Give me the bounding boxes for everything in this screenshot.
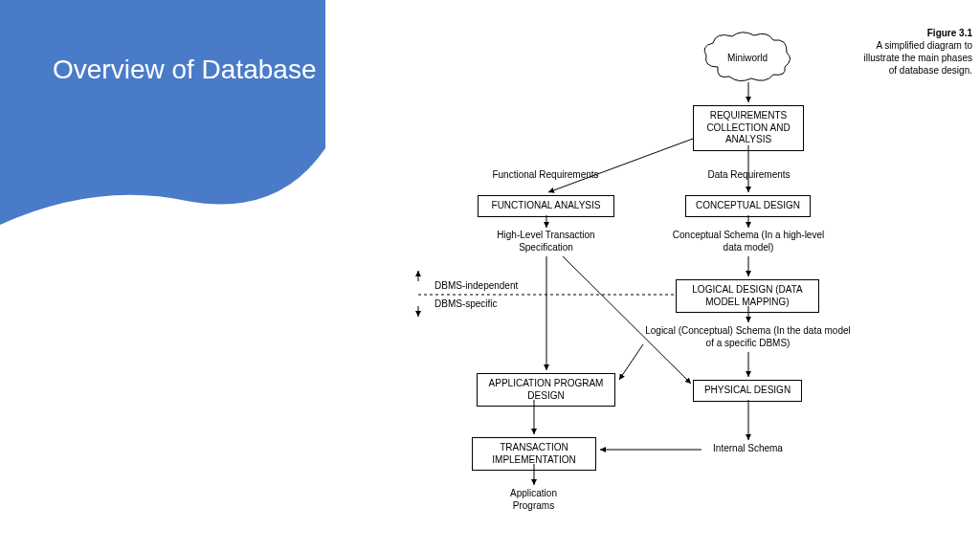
label-dbms-specific: DBMS-specific [434,298,498,311]
svg-line-13 [619,344,643,380]
label-dbms-independent: DBMS-independent [434,280,518,293]
box-conceptual-design: CONCEPTUAL DESIGN [685,195,811,217]
label-logical-schema: Logical (Conceptual) Schema (In the data… [640,325,856,349]
miniworld-label: Miniworld [724,53,771,63]
page-title: Overview of Database Design Process [53,53,511,87]
box-functional-analysis: FUNCTIONAL ANALYSIS [478,195,614,217]
label-functional-requirements: Functional Requirements [479,169,612,182]
label-application-programs: Application Programs [488,488,579,512]
label-conceptual-schema: Conceptual Schema (In a high-level data … [667,230,830,253]
box-physical-design: PHYSICAL DESIGN [693,380,802,402]
svg-line-12 [563,256,691,384]
label-highlevel-transaction: High-Level Transaction Specification [485,230,607,253]
label-internal-schema: Internal Schema [702,443,793,455]
box-app-program-design: APPLICATION PROGRAM DESIGN [477,373,615,407]
box-transaction-impl: TRANSACTION IMPLEMENTATION [472,437,596,471]
box-logical-design: LOGICAL DESIGN (DATA MODEL MAPPING) [676,279,819,313]
box-requirements: REQUIREMENTS COLLECTION AND ANALYSIS [693,105,804,151]
svg-line-2 [548,139,693,192]
label-data-requirements: Data Requirements [699,169,799,182]
